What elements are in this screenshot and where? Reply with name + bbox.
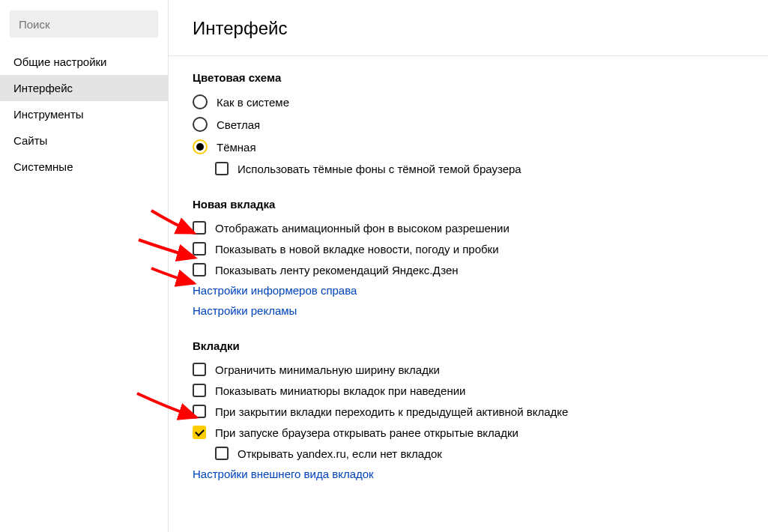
checkbox-goback[interactable]: При закрытии вкладки переходить к предыд… bbox=[193, 405, 744, 418]
sidebar-item-system[interactable]: Системные bbox=[0, 154, 168, 180]
settings-sidebar: Общие настройки Интерфейс Инструменты Са… bbox=[0, 0, 169, 532]
checkbox-input[interactable] bbox=[215, 447, 229, 460]
checkbox-input[interactable] bbox=[193, 405, 206, 418]
checkbox-yandexru[interactable]: Открывать yandex.ru, если нет вкладок bbox=[215, 447, 744, 460]
link-ads[interactable]: Настройки рекламы bbox=[193, 304, 744, 317]
checkbox-input[interactable] bbox=[193, 384, 206, 397]
checkbox-thumbnails[interactable]: Показывать миниатюры вкладок при наведен… bbox=[193, 384, 744, 397]
link-informers[interactable]: Настройки информеров справа bbox=[193, 284, 744, 297]
radio-input[interactable] bbox=[193, 94, 208, 109]
section-tabs-title: Вкладки bbox=[193, 339, 744, 352]
checkbox-zen[interactable]: Показывать ленту рекомендаций Яндекс.Дзе… bbox=[193, 263, 744, 276]
checkbox-minwidth[interactable]: Ограничить минимальную ширину вкладки bbox=[193, 363, 744, 376]
radio-label: Светлая bbox=[217, 118, 260, 131]
radio-light[interactable]: Светлая bbox=[193, 117, 744, 132]
checkbox-dark-bg[interactable]: Использовать тёмные фоны с тёмной темой … bbox=[215, 162, 744, 175]
checkbox-label: Показывать ленту рекомендаций Яндекс.Дзе… bbox=[215, 264, 459, 276]
radio-like-system[interactable]: Как в системе bbox=[193, 94, 744, 109]
section-new-tab-title: Новая вкладка bbox=[193, 198, 744, 211]
checkbox-input[interactable] bbox=[193, 426, 206, 439]
radio-input[interactable] bbox=[193, 117, 208, 132]
checkbox-input[interactable] bbox=[193, 363, 206, 376]
sidebar-item-general[interactable]: Общие настройки bbox=[0, 49, 168, 75]
main-panel: Интерфейс Цветовая схема Как в системе С… bbox=[169, 0, 768, 532]
checkbox-label: При запуске браузера открывать ранее отк… bbox=[215, 426, 518, 439]
checkbox-input[interactable] bbox=[215, 162, 229, 175]
search-input[interactable] bbox=[10, 10, 158, 37]
sidebar-item-tools[interactable]: Инструменты bbox=[0, 101, 168, 127]
checkbox-label: Ограничить минимальную ширину вкладки bbox=[215, 363, 440, 376]
checkbox-news[interactable]: Показывать в новой вкладке новости, пого… bbox=[193, 242, 744, 256]
checkbox-label: Отображать анимационный фон в высоком ра… bbox=[215, 222, 510, 235]
checkbox-input[interactable] bbox=[193, 221, 206, 235]
radio-dark[interactable]: Тёмная bbox=[193, 139, 744, 154]
checkbox-label: Использовать тёмные фоны с тёмной темой … bbox=[238, 163, 521, 175]
checkbox-label: При закрытии вкладки переходить к предыд… bbox=[215, 405, 568, 418]
checkbox-label: Показывать в новой вкладке новости, пого… bbox=[215, 243, 499, 256]
radio-label: Тёмная bbox=[217, 141, 256, 154]
checkbox-label: Открывать yandex.ru, если нет вкладок bbox=[238, 447, 442, 460]
link-tab-appearance[interactable]: Настройки внешнего вида вкладок bbox=[193, 468, 744, 480]
radio-input[interactable] bbox=[193, 139, 208, 154]
checkbox-input[interactable] bbox=[193, 242, 206, 256]
sidebar-item-interface[interactable]: Интерфейс bbox=[0, 75, 168, 101]
checkbox-restore-tabs[interactable]: При запуске браузера открывать ранее отк… bbox=[193, 426, 744, 439]
sidebar-item-sites[interactable]: Сайты bbox=[0, 127, 168, 154]
checkbox-input[interactable] bbox=[193, 263, 206, 276]
radio-label: Как в системе bbox=[217, 96, 289, 109]
page-title: Интерфейс bbox=[193, 18, 744, 39]
checkbox-anim-bg[interactable]: Отображать анимационный фон в высоком ра… bbox=[193, 221, 744, 235]
divider bbox=[169, 55, 768, 56]
checkbox-label: Показывать миниатюры вкладок при наведен… bbox=[215, 384, 466, 397]
section-color-scheme-title: Цветовая схема bbox=[193, 71, 744, 84]
